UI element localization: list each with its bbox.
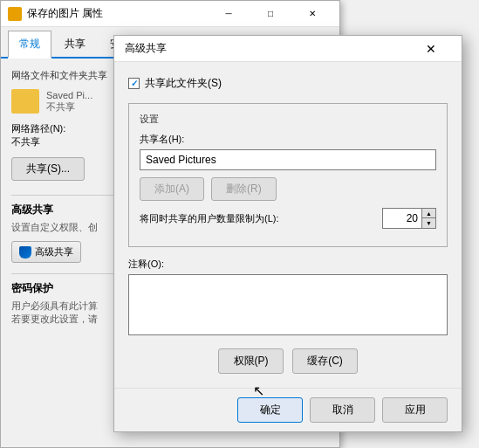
folder-info: Saved Pi... 不共享 (46, 90, 92, 114)
share-name-field: 共享名(H): (140, 133, 436, 170)
notes-textarea[interactable] (128, 274, 448, 335)
spinner-down-button[interactable]: ▼ (421, 218, 435, 228)
bg-titlebar: 保存的图片 属性 ─ □ ✕ (1, 1, 339, 27)
limit-input[interactable] (383, 209, 421, 228)
settings-box: 设置 共享名(H): 添加(A) 删除(R) 将同时共享的用户数量限制为(L):… (128, 103, 448, 247)
tab-share[interactable]: 共享 (53, 31, 97, 57)
fg-close-button[interactable]: ✕ (411, 36, 451, 62)
bg-window-title: 保存的图片 属性 (27, 6, 209, 21)
add-remove-row: 添加(A) 删除(R) (140, 177, 436, 201)
close-button[interactable]: ✕ (292, 1, 332, 27)
fg-dialog-title: 高级共享 (125, 41, 411, 56)
share-checkbox-row: 共享此文件夹(S) (128, 76, 448, 91)
limit-label: 将同时共享的用户数量限制为(L): (140, 212, 375, 225)
apply-button[interactable]: 应用 (382, 397, 448, 423)
advanced-share-dialog: 高级共享 ✕ 共享此文件夹(S) 设置 共享名(H): 添加(A) 删除(R) … (113, 35, 462, 432)
share-name-label: 共享名(H): (140, 133, 436, 146)
share-this-folder-checkbox[interactable] (128, 78, 140, 89)
share-button[interactable]: 共享(S)... (11, 157, 85, 181)
cancel-button[interactable]: 取消 (310, 397, 375, 423)
folder-thumbnail (11, 89, 39, 114)
dialog-footer: 确定 取消 应用 (114, 388, 462, 431)
fg-dialog-content: 共享此文件夹(S) 设置 共享名(H): 添加(A) 删除(R) 将同时共享的用… (114, 62, 462, 388)
settings-legend: 设置 (140, 113, 436, 126)
advanced-share-btn-label: 高级共享 (35, 245, 73, 258)
permissions-cache-row: 权限(P) 缓存(C) (128, 348, 448, 374)
share-name-input[interactable] (140, 149, 436, 170)
folder-icon (8, 7, 22, 21)
minimize-button[interactable]: ─ (209, 1, 249, 27)
permissions-button[interactable]: 权限(P) (218, 348, 284, 374)
confirm-button[interactable]: 确定 (237, 397, 303, 423)
folder-name: Saved Pi... (46, 90, 92, 100)
limit-row: 将同时共享的用户数量限制为(L): ▲ ▼ (140, 208, 436, 229)
tab-general[interactable]: 常规 (8, 31, 51, 59)
advanced-share-button[interactable]: 高级共享 (11, 241, 81, 263)
spinner-up-button[interactable]: ▲ (421, 209, 435, 218)
spinner-buttons: ▲ ▼ (421, 209, 435, 228)
cache-button[interactable]: 缓存(C) (292, 348, 358, 374)
add-button[interactable]: 添加(A) (140, 177, 204, 201)
remove-button[interactable]: 删除(R) (211, 177, 277, 201)
fg-titlebar: 高级共享 ✕ (114, 36, 462, 62)
share-checkbox-label[interactable]: 共享此文件夹(S) (145, 76, 222, 91)
folder-status: 不共享 (46, 100, 92, 114)
shield-icon (19, 246, 31, 258)
maximize-button[interactable]: □ (250, 1, 291, 27)
bg-window-controls: ─ □ ✕ (209, 1, 332, 27)
limit-spinner: ▲ ▼ (382, 208, 436, 229)
notes-label: 注释(O): (128, 258, 448, 271)
